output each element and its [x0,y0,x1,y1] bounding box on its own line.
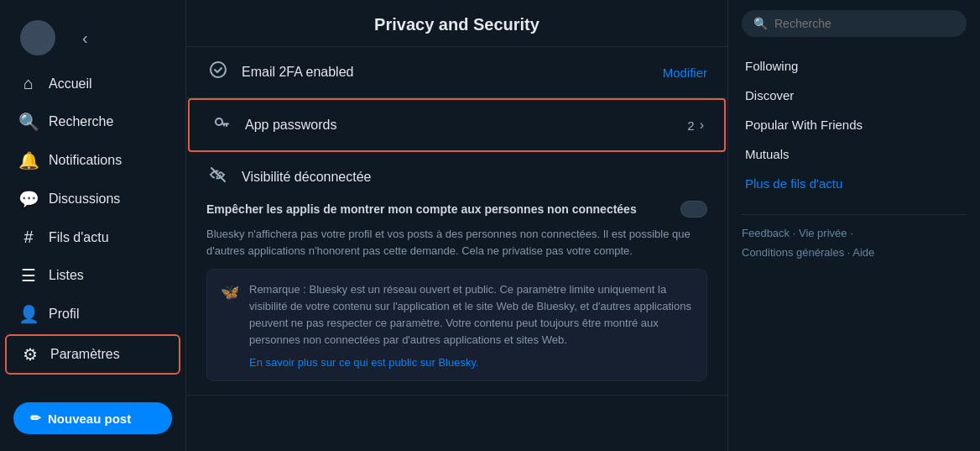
sidebar-nav: ⌂ Accueil 🔍 Recherche 🔔 Notifications 💬 … [0,66,185,392]
hash-icon: # [18,228,39,247]
shield-icon [206,60,230,84]
conditions-link[interactable]: Conditions générales [742,246,844,259]
gear-icon: ⚙ [20,344,40,364]
info-box-text: Remarque : Bluesky est un réseau ouvert … [249,283,691,346]
new-post-button[interactable]: ✏ Nouveau post [13,402,172,434]
sidebar-item-fils[interactable]: # Fils d'actu [5,219,180,255]
edit-icon: ✏ [30,411,41,426]
sidebar-item-label: Notifications [49,153,122,168]
visibility-section: Visibilité déconnectée Empêcher les appl… [186,152,727,396]
info-box-link[interactable]: En savoir plus sur ce qui est public sur… [249,356,693,369]
app-passwords-label: App passwords [245,118,687,133]
main-content: Privacy and Security Email 2FA enabled M… [186,0,728,451]
sidebar-item-label: Recherche [49,114,113,129]
sidebar-item-listes[interactable]: ☰ Listes [5,257,180,294]
visibility-sub-label: Empêcher les applis de montrer mon compt… [206,202,680,216]
right-nav: Following Discover Popular With Friends … [742,52,967,197]
vie-privee-link[interactable]: Vie privée [799,227,847,239]
chat-icon: 💬 [18,189,39,209]
right-nav-mutuals[interactable]: Mutuals [742,140,967,168]
visibility-desc: Bluesky n'affichera pas votre profil et … [206,226,707,259]
right-nav-popular-with-friends[interactable]: Popular With Friends [742,111,967,139]
sidebar-item-label: Fils d'actu [49,230,109,245]
user-icon: 👤 [18,304,39,324]
key-icon [210,113,233,137]
search-input[interactable] [774,17,955,30]
sidebar-item-label: Accueil [49,76,92,92]
bell-icon: 🔔 [18,150,39,170]
svg-point-0 [211,62,226,77]
chevron-right-icon: › [700,118,704,133]
back-button[interactable]: ‹ [69,22,102,55]
right-sidebar: 🔍 Following Discover Popular With Friend… [728,0,980,451]
app-passwords-row[interactable]: App passwords 2 › [188,98,726,152]
sidebar-item-discussions[interactable]: 💬 Discussions [5,181,180,218]
right-nav-discover[interactable]: Discover [742,81,967,109]
sidebar: ‹ ⌂ Accueil 🔍 Recherche 🔔 Notifications … [0,0,186,451]
list-icon: ☰ [18,265,39,286]
search-box: 🔍 [742,10,967,37]
home-icon: ⌂ [18,74,39,93]
feedback-link[interactable]: Feedback [742,227,790,239]
email-2fa-row[interactable]: Email 2FA enabled Modifier [186,47,727,98]
settings-list: Email 2FA enabled Modifier App passwords… [186,47,727,396]
email-2fa-label: Email 2FA enabled [242,65,663,80]
email-2fa-action[interactable]: Modifier [663,66,707,80]
right-nav-following[interactable]: Following [742,52,967,80]
sidebar-item-parametres[interactable]: ⚙ Paramètres [5,334,180,375]
visibility-label: Visibilité déconnectée [242,170,371,185]
visibility-toggle[interactable] [680,201,707,218]
page-title: Privacy and Security [186,0,727,47]
butterfly-icon: 🦋 [221,283,239,369]
search-icon: 🔍 [753,17,768,30]
sidebar-item-label: Profil [49,307,79,322]
sidebar-item-label: Discussions [49,191,120,207]
sidebar-item-accueil[interactable]: ⌂ Accueil [5,66,180,102]
sidebar-item-recherche[interactable]: 🔍 Recherche [5,103,180,140]
sidebar-item-label: Listes [49,268,84,283]
right-footer: Feedback · Vie privée · Conditions génér… [742,223,967,263]
visibility-off-icon [206,165,230,189]
aide-link[interactable]: Aide [852,246,874,259]
sidebar-item-notifications[interactable]: 🔔 Notifications [5,142,180,179]
sidebar-item-label: Paramètres [50,347,120,362]
app-passwords-count: 2 [687,118,694,133]
right-nav-plus-fils[interactable]: Plus de fils d'actu [742,170,967,197]
info-box: 🦋 Remarque : Bluesky est un réseau ouver… [206,269,707,381]
sidebar-item-profil[interactable]: 👤 Profil [5,296,180,333]
right-divider [742,214,967,215]
search-icon: 🔍 [18,112,39,132]
avatar[interactable] [20,20,55,55]
